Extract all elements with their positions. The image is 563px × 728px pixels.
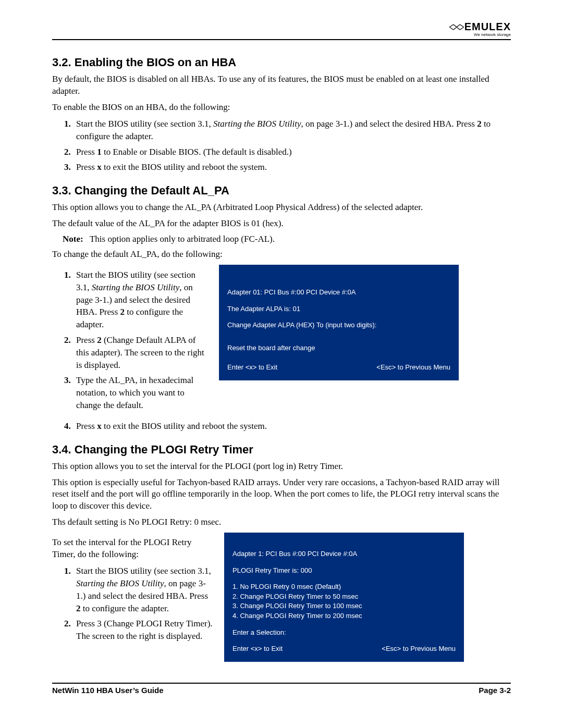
- screen-back-hint: <Esc> to Previous Menu: [382, 644, 456, 653]
- body-text: This option allows you to set the interv…: [52, 461, 511, 473]
- screen-options: 1. No PLOGI Retry 0 msec (Default) 2. Ch…: [232, 582, 456, 620]
- screen-line: Adapter 01: PCI Bus #:00 PCI Device #:0A: [227, 288, 450, 297]
- page-footer: NetWin 110 HBA User’s Guide Page 3-2: [52, 686, 511, 695]
- emulex-logo-icon: [449, 21, 464, 33]
- brand-name: EMULEX: [464, 21, 511, 32]
- screen-option: 2. Change PLOGI Retry Timer to 50 msec: [232, 592, 456, 601]
- step: Press x to exit the BIOS utility and reb…: [73, 420, 511, 433]
- body-text: The default value of the AL_PA for the a…: [52, 218, 511, 230]
- screen-option: 1. No PLOGI Retry 0 msec (Default): [232, 582, 456, 591]
- header-rule: [52, 39, 511, 40]
- alpa-screen: Adapter 01: PCI Bus #:00 PCI Device #:0A…: [219, 265, 459, 380]
- screen-option: 4. Change PLOGI Retry Timer to 200 msec: [232, 611, 456, 621]
- steps-list: Start the BIOS utility (see section 3.1,…: [73, 269, 209, 412]
- footer-rule: [52, 683, 511, 684]
- steps-list: Start the BIOS utility (see section 3.1,…: [73, 118, 511, 174]
- body-text: To set the interval for the PLOGI Retry …: [52, 537, 214, 561]
- note-text: This option applies only to arbitrated l…: [90, 234, 275, 244]
- body-text: This option allows you to change the AL_…: [52, 202, 511, 214]
- steps-list: Press x to exit the BIOS utility and reb…: [73, 420, 511, 433]
- brand-tagline: We network storage: [52, 32, 511, 37]
- body-text: This option is especially useful for Tac…: [52, 477, 511, 513]
- step: Type the AL_PA, in hexadecimal notation,…: [73, 374, 209, 411]
- step: Press 2 (Change Default ALPA of this ada…: [73, 334, 209, 371]
- step: Start the BIOS utility (see section 3.1,…: [73, 269, 209, 331]
- section-3-2-heading: 3.2. Enabling the BIOS on an HBA: [52, 56, 511, 69]
- screen-line: PLOGI Retry Timer is: 000: [232, 566, 456, 575]
- screen-exit-hint: Enter <x> to Exit: [227, 363, 277, 372]
- brand-block: EMULEX We network storage: [52, 21, 511, 37]
- body-text: To change the default AL_PA, do the foll…: [52, 249, 511, 261]
- screen-exit-hint: Enter <x> to Exit: [232, 644, 283, 653]
- section-3-4-heading: 3.4. Changing the PLOGI Retry Timer: [52, 443, 511, 456]
- note: Note: This option applies only to arbitr…: [63, 234, 511, 244]
- step: Press 1 to Enable or Disable BIOS. (The …: [73, 146, 511, 158]
- step: Start the BIOS utility (see section 3.1,…: [73, 565, 214, 614]
- screen-line: The Adapter ALPA is: 01: [227, 304, 450, 314]
- footer-page: Page 3-2: [479, 686, 511, 695]
- body-text: By default, the BIOS is disabled on all …: [52, 73, 511, 97]
- note-label: Note:: [63, 234, 88, 244]
- step: Press 3 (Change PLOGI Retry Timer). The …: [73, 618, 214, 643]
- screen-line: Adapter 1: PCI Bus #:00 PCI Device #:0A: [232, 549, 456, 559]
- section-3-3-heading: 3.3. Changing the Default AL_PA: [52, 184, 511, 198]
- body-text: To enable the BIOS on an HBA, do the fol…: [52, 102, 511, 114]
- footer-title: NetWin 110 HBA User’s Guide: [52, 686, 164, 695]
- body-text: Ths default setting is No PLOGI Retry: 0…: [52, 516, 511, 528]
- screen-prompt: Enter a Selection:: [232, 628, 456, 637]
- screen-line: Reset the board after change: [227, 343, 450, 353]
- steps-list: Start the BIOS utility (see section 3.1,…: [73, 565, 214, 643]
- screen-line: Change Adapter ALPA (HEX) To (input two …: [227, 320, 450, 330]
- screen-back-hint: <Esc> to Previous Menu: [376, 363, 450, 372]
- step: Press x to exit the BIOS utility and reb…: [73, 161, 511, 174]
- screen-option: 3. Change PLOGI Retry Timer to 100 msec: [232, 601, 456, 611]
- step: Start the BIOS utility (see section 3.1,…: [73, 118, 511, 143]
- plogi-screen: Adapter 1: PCI Bus #:00 PCI Device #:0A …: [224, 533, 464, 661]
